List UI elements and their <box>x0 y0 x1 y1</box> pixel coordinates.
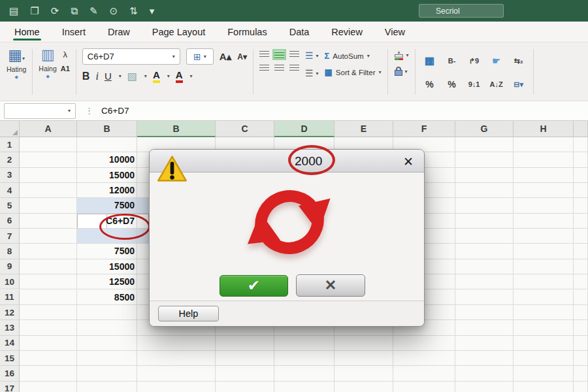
cell[interactable] <box>574 198 588 213</box>
row-header-16[interactable]: 16 <box>0 366 20 381</box>
font-color-button[interactable]: A <box>176 70 183 83</box>
tab-insert[interactable]: Insert <box>62 22 86 42</box>
refresh-icon[interactable]: ⟳ <box>51 6 59 16</box>
cell[interactable] <box>455 168 514 183</box>
help-button[interactable]: Help <box>158 306 219 321</box>
cell[interactable] <box>514 274 574 289</box>
cell[interactable] <box>574 137 588 152</box>
row-header-15[interactable]: 15 <box>0 351 20 366</box>
format-painter-icon[interactable]: λ <box>63 50 68 59</box>
font-size-combo[interactable]: ⊞ ▾ <box>186 48 214 65</box>
cancel-button[interactable]: ✕ <box>296 274 365 297</box>
cell[interactable] <box>514 259 574 274</box>
hand-icon[interactable]: ☛ <box>492 56 500 65</box>
cell[interactable]: 10000 <box>77 152 137 167</box>
align-icon[interactable] <box>289 65 299 72</box>
cell[interactable] <box>455 366 514 381</box>
cell[interactable] <box>20 259 77 274</box>
cell[interactable] <box>20 305 77 320</box>
cell[interactable] <box>514 382 574 392</box>
cell[interactable] <box>514 244 574 259</box>
cell[interactable] <box>335 382 393 392</box>
tab-review[interactable]: Review <box>331 22 363 42</box>
cell[interactable] <box>20 366 77 381</box>
cell[interactable]: 12500 <box>77 274 137 289</box>
cell[interactable] <box>514 183 574 198</box>
cell[interactable] <box>574 320 588 335</box>
cell[interactable] <box>574 183 588 198</box>
power-icon[interactable]: ⊙ <box>110 6 118 16</box>
autosum-button[interactable]: Σ AutoSum ▾ <box>325 51 382 61</box>
column-header-E[interactable]: E <box>335 121 393 137</box>
cell[interactable] <box>514 152 574 167</box>
cell[interactable] <box>393 366 455 381</box>
cell[interactable] <box>20 336 77 351</box>
percent-icon[interactable]: % <box>425 80 433 89</box>
name-box[interactable]: ▾ <box>4 103 76 119</box>
column-header-G[interactable]: G <box>455 121 514 137</box>
row-header-8[interactable]: 8 <box>0 244 20 259</box>
cell[interactable] <box>274 382 335 392</box>
cell[interactable] <box>574 382 588 392</box>
column-header-B[interactable]: B <box>137 121 216 137</box>
align-icon[interactable] <box>289 51 299 58</box>
cell[interactable] <box>514 137 574 152</box>
cell[interactable] <box>77 305 137 320</box>
cell[interactable] <box>514 305 574 320</box>
cell[interactable] <box>574 244 588 259</box>
cell[interactable] <box>574 305 588 320</box>
cell[interactable] <box>514 168 574 183</box>
cell[interactable] <box>455 351 514 366</box>
cell[interactable]: 15000 <box>77 168 137 183</box>
column-header-C[interactable]: C <box>216 121 274 137</box>
cell[interactable] <box>20 137 77 152</box>
cell[interactable] <box>514 290 574 305</box>
shrink-font-button[interactable]: A▾ <box>237 52 247 61</box>
confirm-button[interactable]: ✔ <box>220 275 288 297</box>
cell[interactable] <box>335 336 393 351</box>
cell[interactable] <box>455 198 514 213</box>
cell[interactable] <box>20 244 77 259</box>
cell[interactable] <box>455 274 514 289</box>
align-icon[interactable] <box>274 51 284 58</box>
tab-formulas[interactable]: Formulas <box>227 22 267 42</box>
cell[interactable] <box>393 351 455 366</box>
cell[interactable]: 7500 <box>77 244 137 259</box>
row-header-7[interactable]: 7 <box>0 229 20 244</box>
sync-icon[interactable]: ⇅ <box>129 6 138 16</box>
paste-group[interactable]: ▦▾ Hating ◆ <box>7 47 26 97</box>
tab-view[interactable]: View <box>385 22 405 42</box>
cell[interactable] <box>455 137 514 152</box>
column-header-D[interactable]: D <box>274 121 335 137</box>
column-header-F[interactable]: F <box>393 121 455 137</box>
cell[interactable] <box>455 152 514 167</box>
cell[interactable] <box>574 274 588 289</box>
cell[interactable] <box>216 336 274 351</box>
search-button[interactable]: Secriol <box>419 4 504 18</box>
cell[interactable] <box>20 168 77 183</box>
cell[interactable] <box>216 382 274 392</box>
cell[interactable]: 15000 <box>77 259 137 274</box>
tab-home[interactable]: Home <box>14 22 40 42</box>
cell[interactable] <box>216 366 274 381</box>
cell[interactable] <box>77 320 137 335</box>
cell[interactable] <box>455 320 514 335</box>
chevron-down-icon[interactable]: ▾ <box>316 71 319 76</box>
row-header-11[interactable]: 11 <box>0 290 20 305</box>
cell[interactable] <box>393 382 455 392</box>
copy-icon[interactable]: ⧉ <box>71 6 78 16</box>
column-header-A[interactable]: A <box>20 121 77 137</box>
tab-page-layout[interactable]: Page Layout <box>152 22 205 42</box>
percent-style-icon[interactable]: % <box>448 80 455 89</box>
cell[interactable] <box>137 366 216 381</box>
protect-button[interactable]: ▾ <box>394 67 409 76</box>
align-icon[interactable] <box>259 51 269 58</box>
cell[interactable] <box>455 290 514 305</box>
cell[interactable] <box>393 336 455 351</box>
tab-data[interactable]: Data <box>289 22 310 42</box>
row-header-14[interactable]: 14 <box>0 336 20 351</box>
cell[interactable] <box>455 259 514 274</box>
cell[interactable] <box>335 351 393 366</box>
cell[interactable] <box>574 229 588 244</box>
row-header-12[interactable]: 12 <box>0 305 20 320</box>
